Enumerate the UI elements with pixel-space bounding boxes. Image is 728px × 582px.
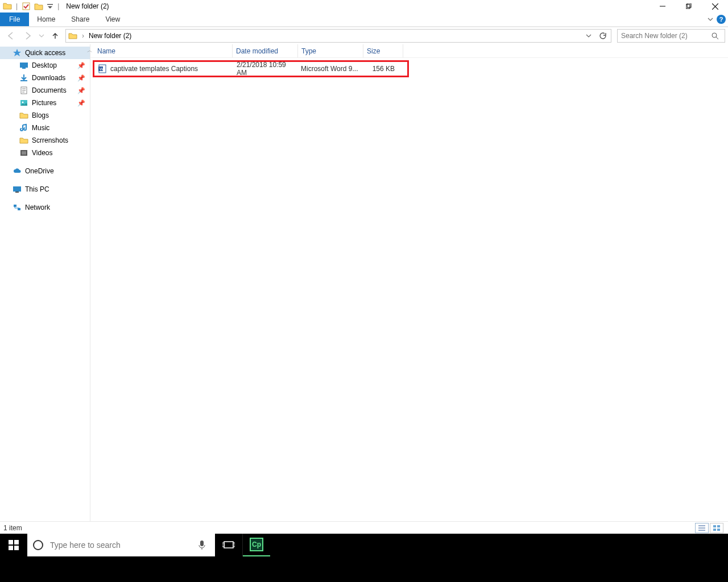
svg-rect-15 [18,208,20,210]
sidebar-item-label: Documents [32,86,77,94]
search-input[interactable] [618,32,711,40]
folder-icon [19,136,28,145]
folder-icon [2,1,13,11]
forward-button[interactable] [20,28,36,43]
history-dropdown-button[interactable] [586,33,598,39]
cortana-icon [33,540,43,550]
svg-point-9 [22,102,24,103]
refresh-button[interactable] [598,32,611,40]
home-tab[interactable]: Home [29,13,63,26]
sidebar-this-pc[interactable]: This PC [0,183,90,196]
sidebar-quick-access[interactable]: Quick access [0,47,90,59]
task-view-button[interactable] [215,534,242,556]
sidebar-onedrive[interactable]: OneDrive [0,165,90,177]
sidebar-item-desktop[interactable]: Desktop 📌 [0,59,90,72]
large-icons-view-button[interactable] [710,523,723,533]
file-name: captivate templates Captions [110,65,198,73]
network-icon [13,203,22,212]
start-button[interactable] [0,534,27,556]
svg-text:W: W [100,67,104,71]
file-tab[interactable]: File [0,13,29,26]
captivate-icon: Cp [250,538,263,551]
recent-locations-button[interactable] [37,28,46,43]
expand-ribbon-icon[interactable] [705,16,715,22]
svg-rect-11 [22,151,26,155]
navigation-bar: › New folder (2) [0,27,728,44]
view-tab[interactable]: View [97,13,128,26]
sidebar-item-downloads[interactable]: Downloads 📌 [0,72,90,84]
folder-icon [68,31,77,40]
svg-rect-27 [200,541,204,546]
annotation-highlight: W captivate templates Captions 2/21/2018… [93,60,409,77]
desktop-icon [19,61,28,70]
pin-icon: 📌 [77,74,85,82]
column-headers: Name Date modified Type Size [90,44,728,58]
word-doc-icon: W [98,64,107,73]
column-name[interactable]: Name [90,44,233,57]
details-view-button[interactable] [695,523,709,533]
close-button[interactable] [702,0,728,13]
file-size: 156 KB [362,65,398,73]
breadcrumb-current[interactable]: New folder (2) [86,32,134,40]
sidebar-item-label: This PC [25,185,90,193]
svg-rect-0 [23,3,30,10]
music-icon [19,123,28,132]
mic-icon[interactable] [198,540,215,550]
back-button[interactable] [3,28,19,43]
column-type[interactable]: Type [298,44,363,57]
svg-rect-20 [717,525,720,527]
sidebar-item-screenshots[interactable]: Scrrenshots [0,134,90,147]
properties-icon[interactable] [21,1,31,11]
sidebar-item-label: Scrrenshots [32,136,90,144]
cloud-icon [13,167,22,176]
sidebar-item-videos[interactable]: Videos [0,147,90,159]
sidebar-item-label: Blogs [32,111,90,119]
svg-point-4 [712,33,717,38]
svg-rect-28 [224,542,233,548]
sidebar-item-label: Pictures [32,99,77,107]
pictures-icon [19,98,28,107]
qat-customize-icon[interactable] [46,1,54,11]
sidebar-item-label: Music [32,124,90,132]
taskbar-search-input[interactable] [49,540,198,550]
maximize-button[interactable] [676,0,702,13]
svg-rect-13 [15,192,19,193]
sidebar-item-music[interactable]: Music [0,122,90,134]
video-icon [19,148,28,157]
sidebar-item-pictures[interactable]: Pictures 📌 [0,97,90,109]
file-row[interactable]: W captivate templates Captions 2/21/2018… [94,62,407,76]
sidebar-item-label: OneDrive [25,167,90,175]
search-box[interactable] [617,29,725,43]
column-date[interactable]: Date modified [233,44,298,57]
search-icon[interactable] [711,32,725,40]
taskbar: Cp [0,534,728,582]
new-folder-qat-icon[interactable] [34,1,44,11]
up-button[interactable] [47,28,63,43]
svg-rect-29 [222,543,224,547]
minimize-button[interactable] [650,0,676,13]
sidebar-network[interactable]: Network [0,201,90,214]
sidebar-item-documents[interactable]: Documents 📌 [0,84,90,97]
pin-icon: 📌 [77,99,85,107]
share-tab[interactable]: Share [63,13,97,26]
star-icon [13,48,22,57]
address-bar[interactable]: › New folder (2) [65,29,611,43]
sidebar-item-label: Quick access [25,49,90,57]
svg-rect-21 [713,529,716,531]
pc-icon [13,185,22,194]
svg-rect-2 [686,5,690,9]
svg-rect-12 [13,186,21,192]
quick-access-toolbar: | | [0,0,61,12]
taskbar-search[interactable] [27,534,215,556]
navigation-pane: ︿ Quick access Desktop 📌 Downloads 📌 Doc… [0,44,90,521]
separator: | [55,2,61,10]
chevron-right-icon[interactable]: › [80,32,86,40]
sidebar-item-blogs[interactable]: Blogs [0,109,90,122]
taskbar-app-captivate[interactable]: Cp [243,534,270,556]
help-icon[interactable]: ? [717,15,726,24]
column-size[interactable]: Size [363,44,403,57]
file-date: 2/21/2018 10:59 AM [233,61,297,77]
svg-rect-5 [20,63,28,68]
status-bar: 1 item [0,521,728,534]
collapse-nav-icon[interactable]: ︿ [84,47,96,55]
